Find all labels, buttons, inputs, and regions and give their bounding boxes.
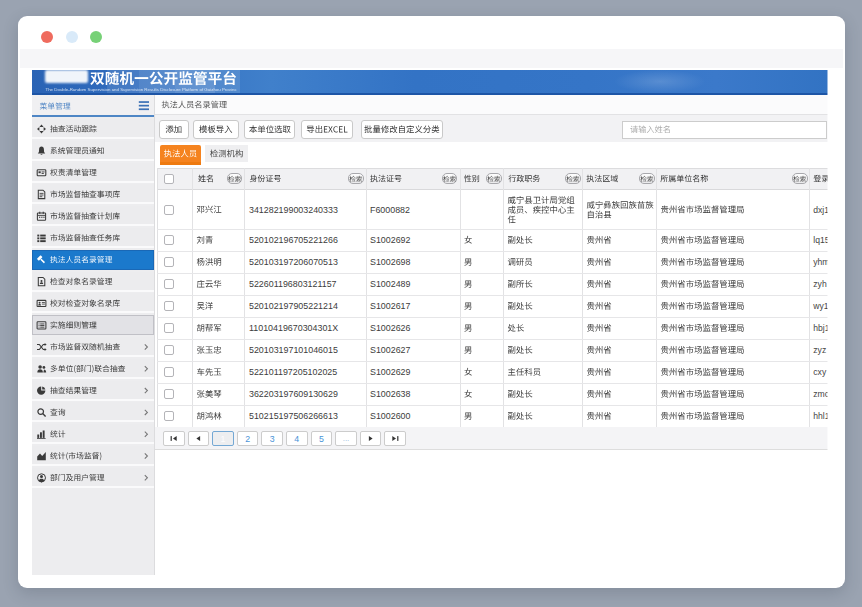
svg-text:4: 4 — [294, 434, 299, 444]
svg-text:S1002489: S1002489 — [370, 279, 411, 289]
svg-text:522101197205102025: 522101197205102025 — [249, 367, 337, 377]
svg-text:S1002698: S1002698 — [370, 257, 411, 267]
svg-text:zmc: zmc — [813, 389, 829, 399]
svg-text:hhl1: hhl1 — [813, 411, 829, 421]
svg-text:F6000882: F6000882 — [370, 205, 410, 215]
svg-text:dxj1: dxj1 — [813, 205, 829, 215]
svg-text:zyz: zyz — [813, 345, 826, 355]
svg-text:zyh: zyh — [813, 279, 827, 289]
svg-text:S1002617: S1002617 — [370, 301, 411, 311]
svg-text:S1002600: S1002600 — [370, 411, 411, 421]
svg-text:S1002692: S1002692 — [370, 235, 411, 245]
svg-text:520102196705221266: 520102196705221266 — [249, 235, 338, 245]
svg-text:hbj1: hbj1 — [813, 323, 829, 333]
svg-text:5: 5 — [319, 434, 324, 444]
svg-text:341282199003240333: 341282199003240333 — [249, 205, 338, 215]
svg-text:1: 1 — [221, 434, 226, 444]
svg-text:2: 2 — [245, 434, 250, 444]
svg-text:11010419670304301X: 11010419670304301X — [249, 323, 338, 333]
svg-text:510215197506266613: 510215197506266613 — [249, 411, 338, 421]
svg-text:The Double-Random Supervision: The Double-Random Supervision and Superv… — [46, 87, 238, 92]
svg-text:520103197101046015: 520103197101046015 — [249, 345, 338, 355]
svg-text:...: ... — [343, 434, 350, 443]
svg-text:cxy: cxy — [813, 367, 827, 377]
svg-text:362203197609130629: 362203197609130629 — [249, 389, 338, 399]
svg-text:S1002627: S1002627 — [370, 345, 411, 355]
svg-text:yhm: yhm — [813, 257, 829, 267]
svg-text:522601196803121157: 522601196803121157 — [249, 279, 337, 289]
svg-text:S1002629: S1002629 — [370, 367, 411, 377]
svg-text:lq15: lq15 — [813, 235, 829, 245]
svg-text:S1002626: S1002626 — [370, 323, 411, 333]
svg-text:wy1: wy1 — [812, 301, 829, 311]
svg-text:3: 3 — [270, 434, 275, 444]
svg-text:520103197206070513: 520103197206070513 — [249, 257, 338, 267]
svg-text:S1002638: S1002638 — [370, 389, 411, 399]
svg-text:520102197905221214: 520102197905221214 — [249, 301, 338, 311]
